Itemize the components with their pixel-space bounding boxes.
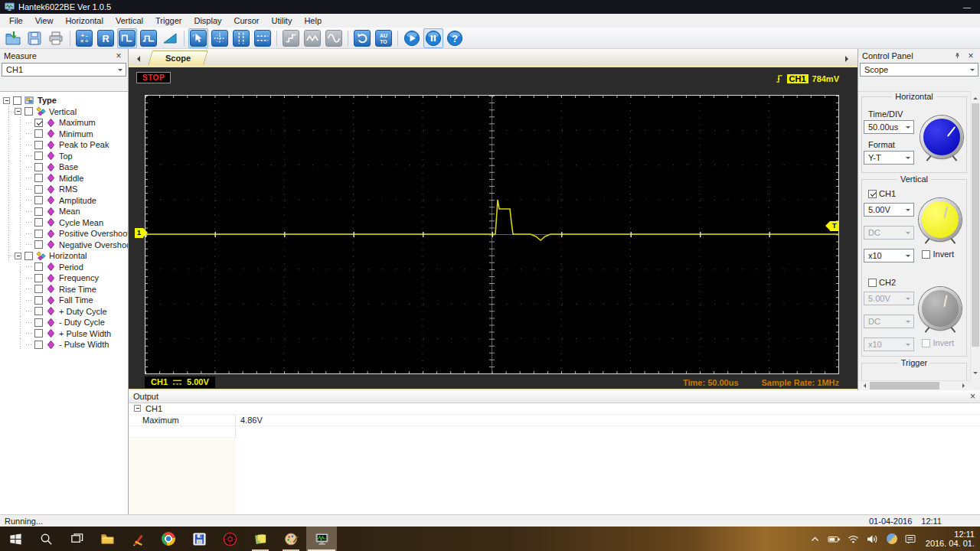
channel1-position-marker[interactable]: 1 xyxy=(135,228,143,238)
pin-icon[interactable] xyxy=(952,51,962,61)
tab-scroll-right-icon[interactable] xyxy=(845,56,851,62)
toolbar-start-acquisition-button[interactable] xyxy=(402,28,422,48)
taskbar-sticky-notes-button[interactable] xyxy=(245,527,276,551)
tree-item-fall-time[interactable]: Fall Time xyxy=(0,295,128,306)
tree-item-positive-overshoot[interactable]: Positive Overshoot xyxy=(0,228,128,240)
toolbar-cross-cursor-button[interactable] xyxy=(210,28,230,48)
scroll-up-icon[interactable] xyxy=(973,95,978,99)
tree-item-top[interactable]: Top xyxy=(0,151,128,162)
ch1-invert-checkbox[interactable] xyxy=(922,250,930,259)
ch1-position-knob[interactable] xyxy=(919,198,962,241)
tree-checkbox-top[interactable] xyxy=(34,152,43,160)
control-mode-select[interactable]: Scope xyxy=(860,63,978,77)
tree-expander[interactable] xyxy=(15,108,21,115)
control-close-button[interactable]: × xyxy=(965,51,976,61)
tree-item-middle[interactable]: Middle xyxy=(0,173,128,184)
menu-item-file[interactable]: File xyxy=(3,15,29,27)
tray-tray-expand-icon[interactable] xyxy=(807,529,824,549)
tree-item-peak-to-peak[interactable]: Peak to Peak xyxy=(0,139,128,151)
tree-checkbox-type[interactable] xyxy=(13,96,21,105)
taskbar-hantek-scope-button[interactable] xyxy=(306,527,337,551)
toolbar-ramp-wave-button[interactable] xyxy=(160,28,180,48)
horizontal-scroll-thumb[interactable] xyxy=(870,382,939,390)
toolbar-print-button[interactable] xyxy=(46,28,66,48)
menu-item-vertical[interactable]: Vertical xyxy=(109,15,149,27)
tree-checkbox-duty-cycle[interactable] xyxy=(34,307,43,315)
tree-checkbox-duty-cycle[interactable] xyxy=(34,318,43,327)
tree-checkbox-fall-time[interactable] xyxy=(34,296,43,305)
toolbar-pause-acquisition-button[interactable] xyxy=(423,28,443,48)
tree-item-maximum[interactable]: Maximum xyxy=(0,117,128,129)
toolbar-horizontal-cursors-button[interactable] xyxy=(253,28,273,48)
tree-item-rise-time[interactable]: Rise Time xyxy=(0,284,128,295)
tree-checkbox-rise-time[interactable] xyxy=(34,285,43,293)
toolbar-rect-pulse-wave-button[interactable] xyxy=(117,28,137,48)
tree-item-pulse-width[interactable]: - Pulse Width xyxy=(0,339,128,350)
toolbar-cursor-select-button[interactable] xyxy=(188,28,208,48)
tray-battery-icon[interactable] xyxy=(826,529,843,549)
ch1-coupling-select[interactable]: DC xyxy=(864,226,914,240)
tree-item-duty-cycle[interactable]: + Duty Cycle xyxy=(0,306,128,318)
tree-item-negative-overshoot[interactable]: Negative Overshoot xyxy=(0,240,128,251)
horizontal-position-knob[interactable] xyxy=(920,116,963,158)
vertical-scroll-thumb[interactable] xyxy=(972,103,979,347)
taskbar-annotation-tool-button[interactable] xyxy=(122,527,153,551)
tray-action-center-icon[interactable] xyxy=(903,529,920,549)
tree-item-vertical[interactable]: Vertical xyxy=(0,106,128,118)
tree-checkbox-mean[interactable] xyxy=(34,207,43,216)
measure-close-button[interactable]: × xyxy=(113,51,124,61)
menu-item-help[interactable]: Help xyxy=(298,15,328,27)
tree-item-base[interactable]: Base xyxy=(0,161,128,173)
tree-item-horizontal[interactable]: Horizontal xyxy=(0,250,128,262)
taskbar-burner-tool-button[interactable] xyxy=(214,527,245,551)
menu-item-utility[interactable]: Utility xyxy=(266,15,299,27)
control-vertical-scrollbar[interactable] xyxy=(970,91,980,380)
menu-item-display[interactable]: Display xyxy=(188,15,227,27)
toolbar-narrow-pulse-wave-button[interactable] xyxy=(139,28,158,48)
minimize-button[interactable]: — xyxy=(959,3,975,11)
timediv-select[interactable]: 50.00us xyxy=(864,120,914,134)
tree-item-duty-cycle[interactable]: - Duty Cycle xyxy=(0,317,128,328)
tree-item-frequency[interactable]: Frequency xyxy=(0,272,128,284)
taskbar-start-button[interactable] xyxy=(0,527,31,551)
tree-checkbox-cycle-mean[interactable] xyxy=(34,218,43,227)
taskbar-chrome-button[interactable] xyxy=(153,527,184,551)
taskbar-search-button[interactable] xyxy=(31,527,61,551)
taskbar-file-explorer-button[interactable] xyxy=(92,527,122,551)
ch2-enable-checkbox[interactable] xyxy=(868,279,877,287)
collapse-icon[interactable] xyxy=(134,405,141,412)
toolbar-save-file-button[interactable] xyxy=(24,28,44,48)
tree-item-rms[interactable]: RMS xyxy=(0,184,128,195)
ch2-probe-select[interactable]: x10 xyxy=(864,337,914,351)
toolbar-open-file-button[interactable] xyxy=(3,28,23,48)
tree-checkbox-pulse-width[interactable] xyxy=(34,329,43,337)
menu-item-view[interactable]: View xyxy=(29,15,60,27)
tree-checkbox-middle[interactable] xyxy=(34,174,43,182)
tree-checkbox-minimum[interactable] xyxy=(34,129,43,138)
format-select[interactable]: Y-T xyxy=(864,151,914,165)
tree-item-period[interactable]: Period xyxy=(0,262,128,273)
toolbar-math-operations-button[interactable]: + -× ÷ xyxy=(74,28,94,48)
menu-item-cursor[interactable]: Cursor xyxy=(228,15,266,27)
ch2-coupling-select[interactable]: DC xyxy=(864,315,914,328)
tree-checkbox-period[interactable] xyxy=(34,262,43,271)
tree-item-cycle-mean[interactable]: Cycle Mean xyxy=(0,217,128,229)
tree-checkbox-amplitude[interactable] xyxy=(34,196,43,204)
tab-scroll-left-icon[interactable] xyxy=(134,56,140,62)
trigger-level-marker[interactable]: T xyxy=(830,221,839,231)
taskbar-task-view-button[interactable] xyxy=(61,527,92,551)
tree-checkbox-maximum[interactable] xyxy=(34,119,43,127)
tray-volume-icon[interactable] xyxy=(864,529,881,549)
tree-checkbox-negative-overshoot[interactable] xyxy=(34,240,43,249)
taskbar-backup-tool-button[interactable] xyxy=(184,527,214,551)
tray-onedrive-icon[interactable] xyxy=(884,529,900,549)
tree-checkbox-frequency[interactable] xyxy=(34,274,43,282)
tree-item-minimum[interactable]: Minimum xyxy=(0,129,128,140)
scroll-down-icon[interactable] xyxy=(973,372,978,377)
tree-item-mean[interactable]: Mean xyxy=(0,206,128,217)
taskbar-paint-button[interactable] xyxy=(276,527,306,551)
tray-wifi-icon[interactable] xyxy=(845,529,862,549)
ch2-scale-select[interactable]: 5.00V xyxy=(864,292,914,305)
ch1-enable-checkbox[interactable] xyxy=(868,190,877,198)
toolbar-refresh-acquisition-button[interactable] xyxy=(352,28,372,48)
